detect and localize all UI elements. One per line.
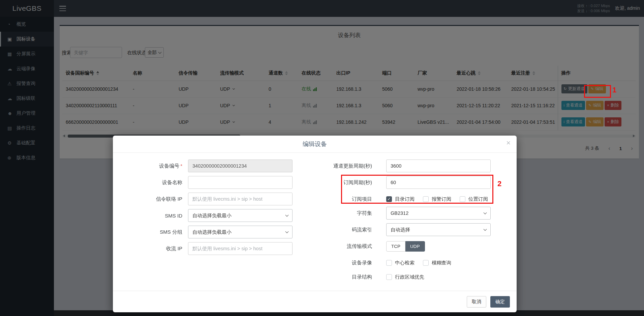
subscribe-items-option[interactable]: 报警订阅 [423,196,451,202]
charset-label: 字符集 [303,210,377,217]
chevron-down-icon [484,228,487,231]
sip-host-label: 信令联络 IP [121,196,187,202]
device-record-group: 中心检索模糊查询 [386,260,451,266]
stream-index-label: 码流索引 [303,227,377,233]
catalog-structure-label: 目录结构 [303,274,377,280]
sip-host-field[interactable] [188,193,293,205]
sms-id-label: SMS ID [121,213,187,219]
channel-refresh-field[interactable] [386,160,491,172]
stream-ip-row: 收流 IP [121,242,300,255]
sms-group-select[interactable]: 自动选择负载最小 [188,226,293,238]
charset-value: GB2312 [391,210,408,216]
required-asterisk: * [180,163,182,169]
confirm-button[interactable]: 确定 [490,296,510,308]
channel-refresh-row: 通道更新周期(秒) [303,160,509,172]
sms-group-label: SMS 分组 [121,229,187,235]
chevron-down-icon [285,213,289,217]
stream-index-select[interactable]: 自动选择 [386,223,491,236]
sms-id-select[interactable]: 自动选择负载最小 [188,209,293,222]
catalog-structure-option[interactable]: 行政区域优先 [386,274,424,280]
catalog-structure-row: 目录结构行政区域优先 [303,270,509,283]
checkbox-icon[interactable] [460,196,465,202]
checkbox-icon[interactable]: ✓ [386,196,392,202]
device-name-row: 设备名称 [121,176,300,189]
device-name-field[interactable] [188,176,293,189]
modal-title: 编辑设备 [113,136,517,152]
subscribe-interval-row: 订阅周期(秒) [303,176,509,189]
close-icon[interactable]: × [506,139,511,147]
device-record-label: 设备录像 [303,260,377,266]
stream-mode-label: 流传输模式 [303,243,377,250]
checkbox-icon[interactable] [386,260,392,266]
device-id-label: 设备编号* [121,163,187,169]
sms-group-value: 自动选择负载最小 [192,229,232,235]
chevron-down-icon [285,230,289,233]
checkbox-icon[interactable] [386,274,392,280]
modal-left-column: 设备编号*设备名称信令联络 IPSMS ID自动选择负载最小SMS 分组自动选择… [121,160,300,259]
catalog-structure-group: 行政区域优先 [386,274,424,280]
device-record-row: 设备录像中心检索模糊查询 [303,256,509,269]
checkbox-label: 报警订阅 [432,196,451,202]
charset-row: 字符集GB2312 [303,207,509,220]
modal-header: 编辑设备 × [113,136,517,153]
cancel-button[interactable]: 取消 [467,296,486,308]
edit-device-modal: 编辑设备 × 设备编号*设备名称信令联络 IPSMS ID自动选择负载最小SMS… [113,136,517,312]
stream-mode-udp-button[interactable]: UDP [405,241,425,252]
charset-select[interactable]: GB2312 [386,207,491,220]
checkbox-label: 中心检索 [395,260,415,266]
device-name-label: 设备名称 [121,179,187,186]
chevron-down-icon [484,211,487,214]
device-id-field[interactable] [188,160,293,172]
checkbox-label: 行政区域优先 [395,274,424,280]
sms-id-row: SMS ID自动选择负载最小 [121,209,300,222]
stream-ip-label: 收流 IP [121,246,187,252]
sms-id-value: 自动选择负载最小 [192,212,232,219]
device-record-option[interactable]: 中心检索 [386,260,415,266]
channel-refresh-label: 通道更新周期(秒) [303,163,377,169]
modal-body: 设备编号*设备名称信令联络 IPSMS ID自动选择负载最小SMS 分组自动选择… [113,153,517,291]
checkbox-icon[interactable] [423,260,429,266]
device-record-option[interactable]: 模糊查询 [423,260,451,266]
checkbox-label: 目录订阅 [395,196,415,202]
subscribe-interval-label: 订阅周期(秒) [303,179,377,186]
stream-mode-toggle: TCPUDP [386,241,425,252]
sip-host-row: 信令联络 IP [121,193,300,205]
subscribe-items-row: 订阅项目✓目录订阅报警订阅位置订阅 [303,193,509,205]
subscribe-items-group: ✓目录订阅报警订阅位置订阅 [386,196,488,202]
subscribe-items-option[interactable]: 位置订阅 [460,196,488,202]
checkbox-icon[interactable] [423,196,429,202]
device-id-row: 设备编号* [121,160,300,172]
subscribe-items-label: 订阅项目 [303,196,377,202]
stream-index-row: 码流索引自动选择 [303,223,509,236]
modal-footer: 取消 确定 [113,291,517,312]
stream-mode-row: 流传输模式TCPUDP [303,240,509,253]
modal-right-column: 通道更新周期(秒)订阅周期(秒)订阅项目✓目录订阅报警订阅位置订阅字符集GB23… [303,160,509,285]
subscribe-interval-field[interactable] [386,176,491,189]
stream-mode-tcp-button[interactable]: TCP [386,241,405,252]
subscribe-items-option[interactable]: ✓目录订阅 [386,196,415,202]
checkbox-label: 模糊查询 [432,260,451,266]
stream-index-value: 自动选择 [391,227,410,233]
stream-ip-field[interactable] [188,242,293,255]
sms-group-row: SMS 分组自动选择负载最小 [121,226,300,238]
checkbox-label: 位置订阅 [468,196,488,202]
